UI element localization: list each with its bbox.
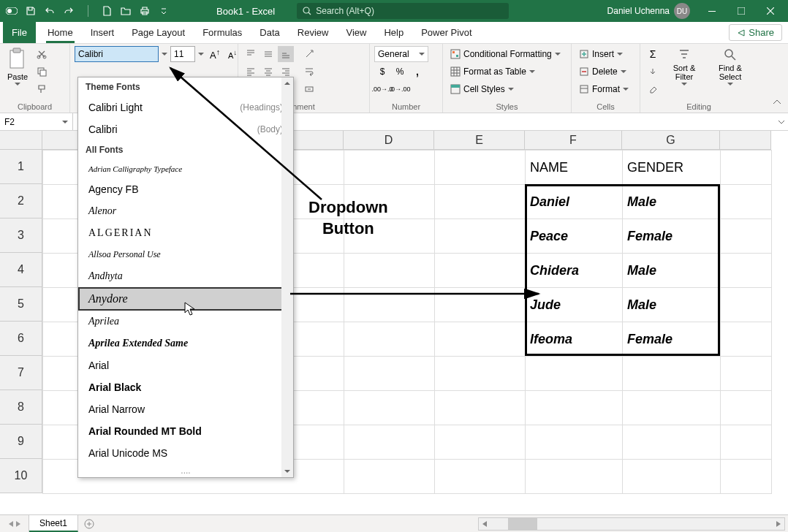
increase-decimal-button[interactable]: .00→.0 [374,81,390,97]
insert-cells-button[interactable]: Insert [576,46,635,62]
grow-font-button[interactable]: A↑ [207,46,223,62]
save-icon[interactable] [22,2,39,20]
align-top-button[interactable] [243,46,259,62]
row-headers: 1 2 3 4 5 6 7 8 9 10 [0,150,42,494]
autosum-button[interactable]: Σ [645,46,661,62]
format-as-table-button[interactable]: Format as Table [447,64,567,80]
name-box[interactable]: F2 [0,113,73,130]
close-button[interactable] [756,0,785,22]
qat-more-icon[interactable] [155,2,173,20]
row-header-1[interactable]: 1 [0,150,42,184]
percent-button[interactable]: % [392,64,408,80]
tab-formulas[interactable]: Formulas [194,22,251,43]
row-header-3[interactable]: 3 [0,218,42,253]
col-header-h[interactable] [720,131,771,150]
conditional-formatting-button[interactable]: Conditional Formatting [447,46,567,62]
clear-button[interactable] [645,81,661,97]
tab-insert[interactable]: Insert [82,22,124,43]
sheet-tab-1[interactable]: Sheet1 [29,515,78,532]
scroll-down-button[interactable] [281,466,293,477]
font-item-8[interactable]: Aprilea Extended Same [78,332,293,354]
font-size-dropdown[interactable] [197,53,205,56]
svg-rect-2 [88,5,88,17]
tab-data[interactable]: Data [251,22,288,43]
font-item-13[interactable]: Arial Unicode MS [78,442,293,464]
font-item-10[interactable]: Arial Black [78,376,293,398]
svg-rect-14 [452,51,455,53]
row-header-10[interactable]: 10 [0,459,42,493]
cell-styles-button[interactable]: Cell Styles [447,81,567,97]
maximize-button[interactable] [727,0,756,22]
row-header-2[interactable]: 2 [0,184,42,218]
tab-page-layout[interactable]: Page Layout [123,22,194,43]
find-select-button[interactable]: Find & Select [708,46,753,87]
row-header-5[interactable]: 5 [0,287,42,322]
print-icon[interactable] [136,2,154,20]
align-bottom-button[interactable] [278,46,294,62]
copy-button[interactable] [34,64,50,80]
font-item-3[interactable]: ALGERIAN [78,222,293,244]
font-size-combo[interactable]: 11 [170,46,195,62]
new-file-icon[interactable] [98,2,115,20]
select-all-corner[interactable] [0,131,42,150]
sort-filter-button[interactable]: Sort & Filter [664,46,705,87]
search-box[interactable]: Search (Alt+Q) [297,3,509,19]
col-header-g[interactable]: G [622,131,720,150]
undo-icon[interactable] [41,2,58,20]
format-icon [579,84,589,94]
row-header-9[interactable]: 9 [0,425,42,459]
font-item-12[interactable]: Arial Rounded MT Bold [78,420,293,442]
new-sheet-button[interactable] [78,515,100,532]
row-header-4[interactable]: 4 [0,253,42,287]
tab-view[interactable]: View [337,22,375,43]
col-header-f[interactable]: F [525,131,622,150]
qat-sep [79,2,96,20]
align-middle-button[interactable] [260,46,276,62]
tab-file[interactable]: File [3,22,36,43]
svg-rect-5 [738,7,745,15]
chevron-down-icon [617,53,623,56]
cell-f4: Chidera [526,254,623,288]
decrease-decimal-button[interactable]: .0→.00 [392,81,408,97]
delete-cells-button[interactable]: Delete [576,64,635,80]
orientation-button[interactable] [301,46,317,62]
font-item-11[interactable]: Arial Narrow [78,398,293,420]
horizontal-scrollbar[interactable] [478,517,785,531]
font-name-combo[interactable]: Calibri [75,46,159,62]
row-header-6[interactable]: 6 [0,322,42,356]
minimize-button[interactable] [697,0,727,22]
cell-f2: Daniel [526,185,623,219]
share-button[interactable]: Share [729,24,782,41]
number-format-combo[interactable]: General [374,46,428,62]
row-header-7[interactable]: 7 [0,356,42,390]
expand-formula-bar[interactable] [775,113,788,130]
currency-button[interactable]: $ [374,64,390,80]
font-item-5[interactable]: Andhyta [78,265,293,287]
cell-f1: NAME [526,151,623,185]
sheet-tabs-bar: Sheet1 [0,514,788,532]
autosave-toggle[interactable] [3,2,20,20]
format-painter-button[interactable] [34,81,50,97]
fill-button[interactable] [645,64,661,80]
redo-icon[interactable] [60,2,77,20]
quick-access-toolbar [3,2,173,20]
row-header-8[interactable]: 8 [0,390,42,425]
cut-button[interactable] [34,46,50,62]
tab-review[interactable]: Review [289,22,338,43]
open-file-icon[interactable] [117,2,135,20]
col-header-e[interactable]: E [434,131,525,150]
format-cells-button[interactable]: Format [576,81,635,97]
paste-button[interactable]: Paste [4,46,31,87]
font-dropdown-button[interactable] [160,53,169,56]
cell-g6: Female [623,322,721,357]
font-item-4[interactable]: Allsoa Personal Use [78,244,293,265]
comma-button[interactable]: , [409,64,425,80]
tab-power-pivot[interactable]: Power Pivot [412,22,480,43]
sheet-nav-buttons[interactable] [0,515,29,532]
tab-help[interactable]: Help [375,22,412,43]
user-account[interactable]: Daniel Uchenna DU [607,3,690,19]
tab-home[interactable]: Home [39,22,82,43]
font-item-9[interactable]: Arial [78,354,293,376]
col-header-d[interactable]: D [344,131,434,150]
collapse-ribbon-button[interactable] [769,94,785,110]
